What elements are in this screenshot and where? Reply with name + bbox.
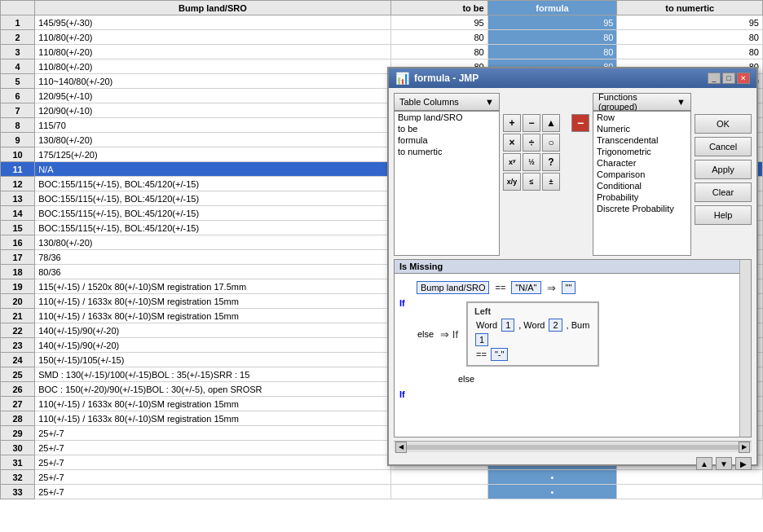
cell-bump[interactable]: BOC:155/115(+/-15), BOL:45/120(+/-15) [35,191,390,206]
maximize-button[interactable]: □ [722,73,735,84]
formula-scrollbar[interactable] [739,260,751,437]
cell-bump[interactable]: 25+/-7 [35,470,390,485]
cell-bump[interactable]: 110/80(+/-20) [35,45,390,59]
cell-bump[interactable]: 120/90(+/-10) [35,103,390,118]
cell-bump[interactable]: 110(+/-15) / 1633x 80(+/-10)SM registrat… [35,309,390,323]
list-item[interactable]: Bump land/SRO [395,112,499,123]
cell-tobe[interactable] [390,485,487,499]
cell-bump[interactable]: 150(+/-15)/105(+/-15) [35,353,390,367]
nav-down-button[interactable]: ▼ [716,457,732,470]
power-button[interactable]: xʸ [503,153,521,171]
num-one-box[interactable]: 1 [475,333,488,346]
functions-list[interactable]: Row Numeric Transcendental Trigonometric… [593,111,691,256]
formula-col-ref[interactable]: Bump land/SRO [417,281,489,294]
cell-bump[interactable]: SMD : 130(+/-15)/100(+/-15)BOL : 35(+/-1… [35,367,390,382]
cell-bump[interactable]: 130/80(+/-20) [35,133,390,147]
cell-formula[interactable]: • [487,485,617,499]
cell-bump[interactable]: 115/70 [35,118,390,133]
dash-val-box[interactable]: "-" [491,348,508,361]
cell-bump[interactable]: 25+/-7 [35,485,390,499]
word2-val[interactable]: 2 [549,319,562,332]
cell-formula[interactable]: 80 [487,45,617,59]
cell-bump[interactable]: 145/95(+/-30) [35,15,390,30]
list-item[interactable]: Comparison [593,169,690,180]
cell-bump[interactable]: N/A [35,162,390,177]
cell-bump[interactable]: 175/125(+/-20) [35,147,390,162]
scrollbar-track[interactable] [407,445,739,450]
cell-tobe[interactable]: 80 [390,30,487,45]
close-button[interactable]: ✕ [737,73,750,84]
cell-bump[interactable]: 110(+/-15) / 1633x 80(+/-10)SM registrat… [35,411,390,426]
table-row[interactable]: 3110/80(+/-20)808080 [1,45,763,59]
table-row[interactable]: 1145/95(+/-30)959595 [1,15,763,30]
remove-button[interactable]: − [571,114,589,132]
formula-val-na[interactable]: "N/A" [511,281,540,294]
plus-button[interactable]: + [503,114,521,132]
up-button[interactable]: ▲ [542,114,560,132]
cancel-button[interactable]: Cancel [695,137,752,156]
cell-bump[interactable]: BOC:155/115(+/-15), BOL:45/120(+/-15) [35,221,390,235]
cell-tobe[interactable]: 80 [390,45,487,59]
clear-button[interactable]: Clear [695,182,752,202]
cell-bump[interactable]: 110/80(+/-20) [35,59,390,74]
list-item[interactable]: Transcendental [593,134,690,146]
half-button[interactable]: ½ [523,153,540,171]
cell-tonumeric[interactable]: 95 [617,15,763,30]
list-item[interactable]: formula [395,134,499,146]
col-formula-header[interactable]: formula [487,1,617,15]
cell-bump[interactable]: 120/95(+/-10) [35,89,390,103]
list-item[interactable]: to numertic [395,146,499,157]
cell-bump[interactable]: 115(+/-15) / 1520x 80(+/-10)SM registrat… [35,279,390,294]
cell-formula[interactable]: 80 [487,30,617,45]
list-item[interactable]: Probability [593,191,690,203]
cell-bump[interactable]: BOC:155/115(+/-15), BOL:45/120(+/-15) [35,177,390,191]
columns-list[interactable]: Bump land/SRO to be formula to numertic [394,111,500,256]
list-item[interactable]: Discrete Probability [593,203,690,214]
list-item[interactable]: Character [593,157,690,169]
cell-bump[interactable]: BOC:155/115(+/-15), BOL:45/120(+/-15) [35,206,390,221]
leq-button[interactable]: ≤ [523,173,540,191]
multiply-button[interactable]: × [503,134,521,152]
word1-val[interactable]: 1 [501,319,514,332]
cell-bump[interactable]: 140(+/-15)/90(+/-20) [35,338,390,353]
cell-bump[interactable]: 140(+/-15)/90(+/-20) [35,323,390,338]
cell-bump[interactable]: 110/80(+/-20) [35,30,390,45]
xover-button[interactable]: x/y [503,173,521,191]
cell-bump[interactable]: 25+/-7 [35,441,390,455]
functions-dropdown[interactable]: Functions (grouped) ▼ [593,93,691,111]
cell-tonumeric[interactable] [617,485,763,499]
col-tobe-header[interactable]: to be [390,1,487,15]
nav-right-button[interactable]: ▶ [735,457,752,470]
table-columns-dropdown[interactable]: Table Columns ▼ [394,93,500,111]
apply-button[interactable]: Apply [695,160,752,179]
pm-button[interactable]: ± [542,173,560,191]
formula-editor[interactable]: Is Missing Bump land/SRO == "N/A" ⇒ "" I… [394,259,752,437]
circle-button[interactable]: ○ [542,134,560,152]
help-button[interactable]: Help [695,205,752,225]
nav-up-button[interactable]: ▲ [696,457,712,470]
cell-bump[interactable]: 25+/-7 [35,455,390,470]
cell-bump[interactable]: 110(+/-15) / 1633x 80(+/-10)SM registrat… [35,397,390,411]
scroll-right-button[interactable]: ▶ [739,442,750,453]
list-item[interactable]: Row [593,112,690,123]
cell-tonumeric[interactable]: 80 [617,30,763,45]
list-item[interactable]: Conditional [593,180,690,191]
minimize-button[interactable]: _ [708,73,721,84]
list-item[interactable]: Numeric [593,123,690,134]
list-item[interactable]: to be [395,123,499,134]
formula-result-empty[interactable]: "" [562,281,576,294]
cell-bump[interactable]: 80/36 [35,265,390,279]
question-button[interactable]: ? [542,153,560,171]
minus-button[interactable]: − [523,114,540,132]
bottom-scrollbar[interactable]: ◀ ▶ [394,441,752,452]
table-row[interactable]: 2110/80(+/-20)808080 [1,30,763,45]
col-tonumeric-header[interactable]: to numertic [617,1,763,15]
list-item[interactable]: Trigonometric [593,146,690,157]
cell-bump[interactable]: 25+/-7 [35,426,390,441]
col-bump-header[interactable]: Bump land/SRO [35,1,390,15]
cell-bump[interactable]: BOC : 150(+/-20)/90(+/-15)BOL : 30(+/-5)… [35,382,390,397]
divide-button[interactable]: ÷ [523,134,540,152]
ok-button[interactable]: OK [695,114,752,134]
cell-bump[interactable]: 110~140/80(+/-20) [35,74,390,89]
scroll-left-button[interactable]: ◀ [395,442,407,453]
